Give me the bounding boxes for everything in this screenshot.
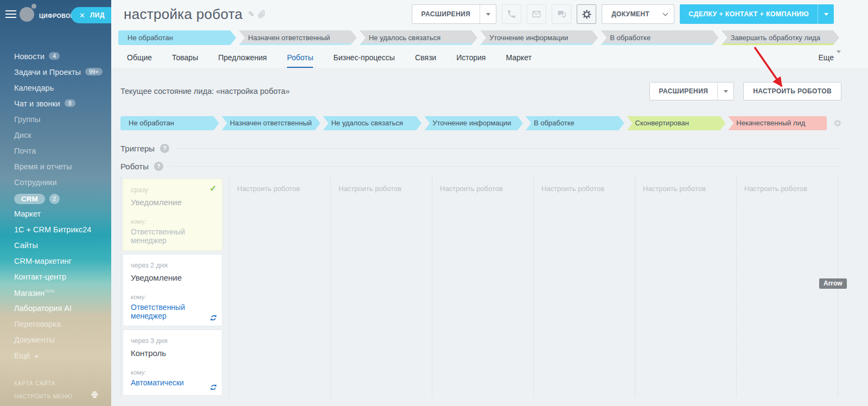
tab-more[interactable]: Еще	[819, 53, 841, 68]
stage-assigned[interactable]: Назначен ответственный	[222, 116, 321, 130]
setup-robots-button[interactable]: НАСТРОИТЬ РОБОТОВ	[743, 82, 841, 100]
edit-title-icon[interactable]: ✎	[248, 10, 254, 18]
email-button[interactable]	[527, 4, 546, 24]
setup-robots-link[interactable]: Настроить роботов	[738, 179, 838, 193]
tab-market[interactable]: Маркет	[506, 53, 531, 68]
robot-card-control-3days[interactable]: через 3 дня Контроль кому: Автоматически	[123, 329, 222, 396]
robots-tab-content: Текущее состояние лида: «настройка робот…	[111, 68, 868, 406]
setup-robots-link[interactable]: Настроить роботов	[123, 399, 225, 406]
crm-count-badge: 2	[49, 194, 60, 204]
sitemap-link[interactable]: КАРТА САЙТА	[14, 380, 104, 386]
sidebar-item-crm-marketing[interactable]: CRM-маркетинг	[14, 257, 111, 272]
stages-settings-gear-icon[interactable]	[834, 119, 841, 127]
refresh-icon[interactable]	[210, 384, 217, 391]
status-stage-cannot-contact[interactable]: Не удалось связаться	[360, 30, 477, 45]
sidebar-item-shop[interactable]: Магазинbeta	[14, 288, 111, 304]
robots-help-icon[interactable]: ?	[154, 162, 163, 171]
setup-robots-link[interactable]: Настроить роботов	[332, 179, 432, 193]
chat-count-badge: 8	[65, 99, 75, 107]
setup-robots-link[interactable]: Настроить роботов	[636, 179, 736, 193]
robots-board: сразу Уведомление кому: Ответственный ме…	[120, 176, 841, 397]
sidebar-item-calendar[interactable]: Календарь	[14, 84, 111, 99]
robots-column-4: Настроить роботов	[432, 176, 534, 397]
gear-icon	[582, 10, 591, 19]
robots-column-2: Настроить роботов	[229, 176, 331, 397]
tab-relations[interactable]: Связи	[415, 53, 436, 68]
sidebar-header: ЦИФРОВОЙ ЭЛЕМЕНТ ✕ ЛИД	[0, 0, 111, 30]
arrow-annotation-tag: Arrow	[819, 278, 847, 289]
company-logo	[20, 7, 34, 22]
tasks-count-badge: 99+	[85, 68, 103, 75]
header-actions: РАСШИРЕНИЯ ДОКУМЕНТ СДЕЛКУ + КОНТАКТ + К…	[412, 4, 834, 24]
sidebar-item-market[interactable]: Маркет	[14, 210, 111, 225]
sidebar-item-meeting-room[interactable]: Переговорка	[14, 320, 111, 335]
create-dropdown-toggle[interactable]	[818, 4, 834, 24]
setup-robots-link[interactable]: Настроить роботов	[231, 179, 330, 193]
status-stage-assigned[interactable]: Назначен ответственный	[239, 30, 356, 45]
stage-cannot-contact[interactable]: Не удалось связаться	[323, 116, 422, 130]
sidebar-item-sites[interactable]: Сайты	[14, 241, 111, 257]
robot-recipient-link[interactable]: Автоматически	[131, 378, 215, 387]
sidebar-item-crm[interactable]: CRM2	[14, 194, 111, 210]
status-stage-finish-processing[interactable]: Завершить обработку лида	[722, 30, 839, 45]
stage-junk-lead[interactable]: Некачественный лид	[728, 116, 827, 130]
mail-icon	[532, 9, 541, 19]
refresh-icon[interactable]	[210, 314, 217, 321]
stage-in-progress[interactable]: В обработке	[526, 116, 624, 130]
stage-not-processed[interactable]: Не обработан	[120, 116, 219, 130]
phone-icon	[507, 9, 516, 19]
status-stage-in-progress[interactable]: В обработке	[601, 30, 718, 45]
tab-business-processes[interactable]: Бизнес-процессы	[333, 53, 394, 68]
sidebar-item-disk[interactable]: Диск	[14, 131, 111, 147]
triggers-title: Триггеры	[120, 144, 155, 153]
robot-to-label: кому:	[131, 218, 215, 225]
page-title: настройка робота	[124, 6, 242, 23]
call-button[interactable]	[502, 4, 521, 24]
robot-recipient-link[interactable]: Ответственный менеджер	[131, 303, 215, 320]
status-stage-not-processed[interactable]: Не обработан	[118, 30, 236, 45]
copy-link-icon[interactable]	[258, 10, 266, 18]
sidebar-item-ai-lab[interactable]: Лаборатория AI	[14, 304, 111, 320]
chat-button[interactable]	[552, 4, 571, 24]
tab-history[interactable]: История	[456, 53, 486, 68]
sidebar-item-1c-crm[interactable]: 1С + CRM Битрикс24	[14, 225, 111, 241]
extensions-button-header[interactable]: РАСШИРЕНИЯ	[412, 4, 497, 24]
tab-products[interactable]: Товары	[172, 53, 198, 68]
sidebar-item-contact-center[interactable]: Контакт-центр	[14, 272, 111, 288]
status-stage-clarify-info[interactable]: Уточнение информации	[480, 30, 598, 45]
company-name: ЦИФРОВОЙ ЭЛЕМЕНТ	[39, 12, 75, 19]
robot-title: Уведомление	[131, 198, 215, 207]
setup-robots-link[interactable]: Настроить роботов	[535, 179, 635, 193]
stage-clarify-info[interactable]: Уточнение информации	[424, 116, 523, 130]
triggers-help-icon[interactable]: ?	[160, 144, 169, 153]
sidebar-item-tasks[interactable]: Задачи и Проекты99+	[14, 68, 111, 84]
tab-robots[interactable]: Роботы	[287, 53, 313, 68]
settings-button[interactable]	[577, 4, 596, 24]
sidebar-item-mail[interactable]: Почта	[14, 147, 111, 162]
close-icon[interactable]: ✕	[79, 12, 85, 19]
extensions-dropdown-toggle[interactable]	[717, 83, 733, 100]
tab-general[interactable]: Общие	[127, 53, 152, 68]
sidebar-item-time-reports[interactable]: Время и отчеты	[14, 162, 111, 178]
sidebar-item-chat[interactable]: Чат и звонки8	[14, 99, 111, 115]
sidebar-item-employees[interactable]: Сотрудники	[14, 178, 111, 194]
stage-converted[interactable]: Сконвертирован	[627, 116, 726, 130]
document-button[interactable]: ДОКУМЕНТ	[602, 4, 674, 24]
setup-robots-link[interactable]: Настроить роботов	[433, 179, 533, 193]
tab-quotes[interactable]: Предложения	[218, 53, 267, 68]
sidebar-item-more[interactable]: Ещё	[14, 351, 111, 367]
extensions-dropdown-toggle[interactable]	[480, 5, 496, 23]
robot-card-notification-2days[interactable]: через 2 дня Уведомление кому: Ответствен…	[123, 254, 222, 326]
sidebar-item-news[interactable]: Новости4	[14, 52, 111, 68]
robots-title: Роботы	[120, 162, 149, 171]
sidebar-item-groups[interactable]: Группы	[14, 115, 111, 131]
robot-schedule: сразу	[131, 186, 215, 194]
lead-status-bar: Не обработан Назначен ответственный Не у…	[111, 28, 868, 45]
lead-entity-pill[interactable]: ✕ ЛИД	[71, 7, 111, 23]
sidebar-item-documents[interactable]: Документы	[14, 335, 111, 351]
extensions-button-content[interactable]: РАСШИРЕНИЯ	[649, 82, 735, 100]
printer-icon[interactable]	[90, 390, 99, 399]
robot-card-notification-done[interactable]: сразу Уведомление кому: Ответственный ме…	[123, 179, 222, 251]
create-deal-contact-company-button[interactable]: СДЕЛКУ + КОНТАКТ + КОМПАНИЮ	[680, 4, 834, 24]
hamburger-menu-icon[interactable]	[5, 10, 16, 20]
